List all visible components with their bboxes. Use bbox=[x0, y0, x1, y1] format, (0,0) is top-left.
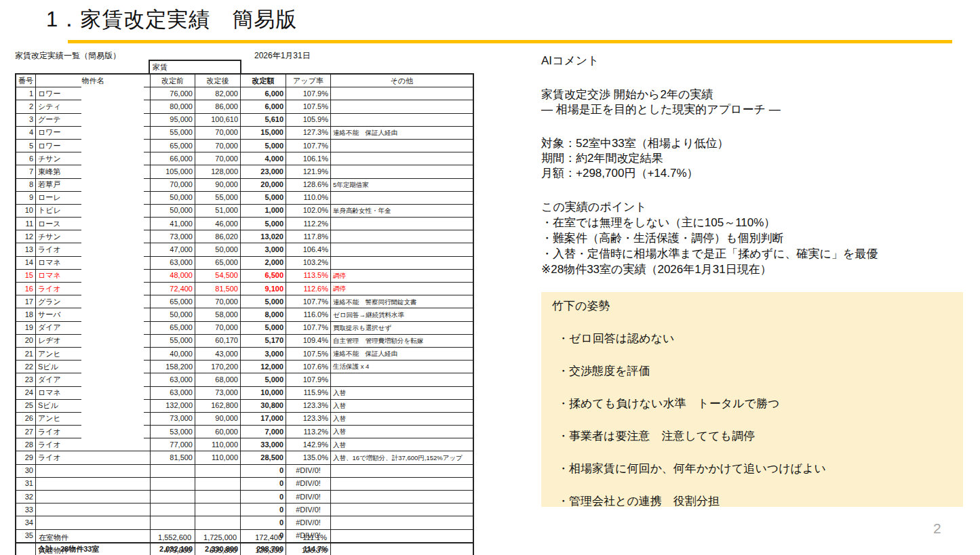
cell-no: 6 bbox=[16, 152, 36, 165]
cell-after: 58,000 bbox=[195, 308, 241, 321]
cell-amount: 20,000 bbox=[241, 178, 286, 191]
cell-after: 65,000 bbox=[195, 256, 241, 269]
cell-rate: #DIV/0! bbox=[286, 464, 331, 477]
cell-no: 28 bbox=[16, 438, 36, 451]
cell-no: 3 bbox=[16, 113, 36, 126]
cell-amount: 10,000 bbox=[241, 386, 286, 399]
cell-after: 81,500 bbox=[195, 283, 241, 295]
cell-note bbox=[331, 491, 473, 503]
cell-before: 105,000 bbox=[151, 165, 195, 178]
cell-before: 63,000 bbox=[151, 386, 195, 399]
text-line: ※28物件33室の実績（2026年1月31日現在） bbox=[541, 262, 975, 277]
cell-note bbox=[331, 152, 473, 165]
cell-after: 90,000 bbox=[195, 412, 241, 425]
cell-before: 70,000 bbox=[151, 178, 195, 191]
cell-note bbox=[331, 503, 473, 516]
cell-note: 買取提示も選択せず bbox=[331, 321, 473, 334]
cell-no: 29 bbox=[16, 451, 36, 464]
cell-note bbox=[331, 373, 473, 386]
cell-rate: 110.0% bbox=[286, 191, 331, 204]
cell-amount: 0 bbox=[241, 464, 286, 477]
cell-after: 60,000 bbox=[195, 426, 241, 438]
cell-note: 入替 bbox=[331, 426, 473, 438]
cell-no: 18 bbox=[16, 308, 36, 321]
cell-no: 13 bbox=[16, 243, 36, 256]
cell-before: 63,000 bbox=[151, 373, 195, 386]
cell-note: 入替 bbox=[331, 412, 473, 425]
cell-no: 19 bbox=[16, 321, 36, 334]
cell-no: 8 bbox=[16, 178, 36, 191]
cell-name bbox=[36, 464, 151, 477]
cell-before: 65,000 bbox=[151, 295, 195, 308]
table-row: 340#DIV/0! bbox=[16, 516, 473, 529]
cell-note bbox=[331, 230, 473, 243]
cell-after: 70,000 bbox=[195, 152, 241, 165]
cell-before: 50,000 bbox=[151, 191, 195, 204]
cell-amount: 17,000 bbox=[241, 412, 286, 425]
cell-no: 32 bbox=[16, 491, 36, 503]
cell-amount: 23,000 bbox=[241, 165, 286, 178]
cell-rate: 107.7% bbox=[286, 321, 331, 334]
cell-name: ライオ bbox=[36, 451, 151, 464]
subtotal-before: 479,500 bbox=[149, 544, 193, 555]
text-line: ・難案件（高齢・生活保護・調停）も個別判断 bbox=[541, 230, 975, 246]
col-header-rate: アップ率 bbox=[286, 74, 331, 87]
cell-rate: #DIV/0! bbox=[286, 477, 331, 490]
cell-after: 90,000 bbox=[195, 178, 241, 191]
cell-before: 66,000 bbox=[151, 152, 195, 165]
col-header-note: その他 bbox=[331, 74, 473, 87]
text-line: 家賃改定交渉 開始から2年の実績 bbox=[541, 87, 975, 102]
text-line: この実績のポイント bbox=[541, 199, 975, 215]
cell-no: 33 bbox=[16, 503, 36, 516]
cell-before: 55,000 bbox=[151, 334, 195, 347]
cell-rate: 113.5% bbox=[286, 269, 331, 282]
table-row: 320#DIV/0! bbox=[16, 491, 473, 503]
cell-no: 15 bbox=[16, 269, 36, 282]
slide: 1．家賃改定実績 簡易版 家賃改定実績一覧（簡易版） 2026年1月31日 家賃… bbox=[0, 0, 980, 555]
cell-no: 21 bbox=[16, 347, 36, 360]
cell-rate: 107.7% bbox=[286, 295, 331, 308]
cell-amount: 28,500 bbox=[241, 451, 286, 464]
cell-after: 86,020 bbox=[195, 230, 241, 243]
cell-before: 50,000 bbox=[151, 308, 195, 321]
cell-before: 81,500 bbox=[151, 451, 195, 464]
cell-no: 16 bbox=[16, 283, 36, 295]
text-line: ・入替・定借時に相場水準まで是正「揉めずに、確実に」を最優 bbox=[541, 246, 975, 262]
cell-after: 55,000 bbox=[195, 191, 241, 204]
cell-note bbox=[331, 464, 473, 477]
cell-no: 10 bbox=[16, 204, 36, 217]
cell-rate: #DIV/0! bbox=[286, 491, 331, 503]
cell-after: 70,000 bbox=[195, 321, 241, 334]
cell-rate: 102.0% bbox=[286, 204, 331, 217]
cell-amount: 5,000 bbox=[241, 218, 286, 230]
cell-amount: 6,500 bbox=[241, 269, 286, 282]
cell-amount: 1,000 bbox=[241, 204, 286, 217]
cell-before bbox=[151, 516, 195, 529]
cell-amount: 0 bbox=[241, 491, 286, 503]
cell-rate: 106.4% bbox=[286, 243, 331, 256]
cell-note: 生活保護 x 4 bbox=[331, 361, 473, 373]
cell-note: 連絡不能 保証人経由 bbox=[331, 126, 473, 139]
cell-note: 連絡不能 警察同行開錠文書 bbox=[331, 295, 473, 308]
subtotal-before: 1,552,600 bbox=[149, 531, 193, 544]
cell-no: 30 bbox=[16, 464, 36, 477]
cell-note: 調停 bbox=[331, 269, 473, 282]
cell-no: 25 bbox=[16, 399, 36, 412]
comment-paragraph: 家賃改定交渉 開始から2年の実績― 相場是正を目的とした現実的アプローチ ― bbox=[541, 87, 975, 117]
sheet-title: 家賃改定実績一覧（簡易版） bbox=[15, 50, 121, 62]
comment-paragraph: 対象：52室中33室（相場より低位）期間：約2年間改定結果月額：+298,700… bbox=[541, 136, 975, 181]
cell-no: 34 bbox=[16, 516, 36, 529]
page-title: 1．家賃改定実績 簡易版 bbox=[46, 5, 297, 34]
text-line: ・管理会社との連携 役割分担 bbox=[552, 494, 952, 508]
policy-bullet-list: ・ゼロ回答は認めない・交渉態度を評価・揉めても負けない水準 トータルで勝つ・事業… bbox=[552, 331, 952, 508]
cell-before bbox=[151, 503, 195, 516]
cell-before: 40,000 bbox=[151, 347, 195, 360]
subtotal-amount: 172,400 bbox=[239, 531, 284, 544]
cell-no: 27 bbox=[16, 426, 36, 438]
cell-note bbox=[331, 165, 473, 178]
cell-no: 12 bbox=[16, 230, 36, 243]
cell-note bbox=[331, 243, 473, 256]
cell-rate: 106.1% bbox=[286, 152, 331, 165]
cell-after: 86,000 bbox=[195, 100, 241, 113]
cell-amount: 4,000 bbox=[241, 152, 286, 165]
